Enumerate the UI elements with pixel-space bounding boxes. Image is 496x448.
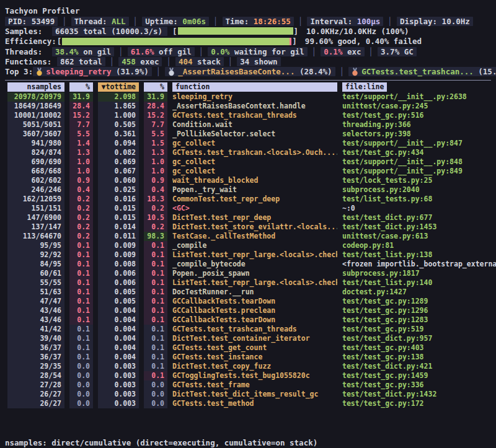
segment-separator: │ (213, 17, 218, 26)
table-row[interactable]: 824/8741.30.0821.3GCTests.test_trashcan.… (5, 148, 496, 157)
table-row[interactable]: 246/2460.40.0250.4Popen._try_waitsubproc… (5, 185, 496, 195)
tottime-cell: 0.025 (98, 185, 139, 195)
pct-cumulative-cell: 0.1 (144, 250, 167, 260)
pct-cumulative-cell: 1.0 (144, 157, 167, 167)
file-line-cell: test/test_gc.py:172 (342, 399, 496, 408)
function-cell: Popen._try_wait (172, 185, 337, 195)
nsamples-cell: 39/40 (7, 334, 64, 343)
nsamples-cell: 147/6900 (7, 213, 64, 222)
pct-direct-cell: 0.2 (69, 195, 93, 204)
function-cell: GCTogglingTests.test_bug1055820c (172, 371, 337, 380)
file-line-cell: test/test_gc.py:336 (342, 380, 496, 390)
pct-direct-cell: 0.0 (69, 399, 93, 408)
samples-rate-text: 10.0KHz/10.0KHz (100%) (306, 27, 409, 36)
table-row[interactable]: 41/420.10.0040.1GCTests.test_trashcan_th… (5, 325, 496, 334)
pct-cumulative-cell: 18.3 (144, 195, 167, 204)
pct-cumulative-cell: 0.0 (144, 380, 167, 390)
column-header-file-line[interactable]: file:line (342, 82, 387, 92)
table-row[interactable]: 95/950.10.0090.1_compilecodeop.py:81 (5, 241, 496, 250)
table-row[interactable]: 36/370.10.0040.1GCTests.test_instancetes… (5, 353, 496, 362)
column-header-tottime[interactable]: ▼tottime (98, 82, 139, 92)
tottime-cell: 0.014 (98, 222, 139, 232)
table-row[interactable]: 27/280.00.0030.0GCTests.test_frametest/t… (5, 380, 496, 390)
tottime-cell: 0.069 (98, 157, 139, 167)
nsamples-cell: 113/64670 (7, 232, 64, 241)
nsamples-cell: 690/690 (7, 157, 64, 167)
pct-direct-cell: 0.1 (69, 325, 93, 334)
pct-cumulative-cell: 0.0 (144, 390, 167, 399)
table-row[interactable]: 147/69000.20.01510.5DictTest.test_repr_d… (5, 213, 496, 222)
nsamples-cell: 27/28 (7, 380, 64, 390)
pct-direct-cell: 0.1 (69, 334, 93, 343)
table-row[interactable]: 10001/1000215.21.00015.2GCTests.test_tra… (5, 111, 496, 120)
table-row[interactable]: 162/120590.20.01618.3CommonTest.test_rep… (5, 195, 496, 204)
file-line-cell: test/test_gc.py:1289 (342, 297, 496, 306)
pct-cumulative-cell: 0.1 (144, 241, 167, 250)
functions-segment: 862 total (57, 57, 105, 66)
tottime-cell: 0.006 (98, 269, 139, 278)
table-row[interactable]: 36/370.10.0040.1GCTests.test_get_countte… (5, 343, 496, 353)
file-line-cell: test/support/__init__.py:849 (342, 167, 496, 176)
table-row[interactable]: 84/950.10.0080.1_compile_bytecode<frozen… (5, 260, 496, 269)
samples-label: Samples: (5, 27, 52, 36)
tottime-cell: 0.005 (98, 297, 139, 306)
table-row[interactable]: 29/350.00.0030.1DictTest.test_copy_fuzzt… (5, 362, 496, 371)
table-row[interactable]: 113/646700.20.01198.3TestCase._callTestM… (5, 232, 496, 241)
column-header-pct-direct[interactable]: % (69, 82, 93, 92)
table-row[interactable]: 20978/2097931.92.09831.9sleeping_retryte… (5, 92, 496, 102)
table-row[interactable]: 5051/50517.70.5057.7Condition.waitthread… (5, 120, 496, 130)
column-header-function[interactable]: function (172, 82, 337, 92)
file-line-cell: test/test_gc.py:1296 (342, 306, 496, 315)
pct-direct-cell: 0.1 (69, 288, 93, 297)
table-row[interactable]: 47/470.10.0050.1GCCallbackTests.tearDown… (5, 297, 496, 306)
table-row[interactable]: 18649/1864928.41.86528.4_AssertRaisesBas… (5, 102, 496, 111)
table-row[interactable]: 602/6020.90.0600.9wait_threads_blockedte… (5, 176, 496, 185)
functions-suffix: stack (193, 57, 221, 66)
pct-cumulative-cell: 10.5 (144, 213, 167, 222)
nsamples-cell: 95/95 (7, 241, 64, 250)
pct-direct-cell: 15.2 (69, 111, 93, 120)
nsamples-cell: 55/55 (7, 278, 64, 288)
file-line-cell: <frozen importlib._bootstrap_external (342, 260, 496, 269)
silver-medal-icon (168, 68, 175, 76)
nsamples-cell: 3607/3607 (7, 130, 64, 139)
table-row[interactable]: 92/920.10.0090.1ListTest.test_repr_large… (5, 250, 496, 260)
table-row[interactable]: 51/630.10.0050.1DocTestRunner.__rundocte… (5, 288, 496, 297)
pct-cumulative-cell: 1.5 (144, 139, 167, 148)
table-row[interactable]: 43/460.10.0040.1GCCallbackTests.preclean… (5, 306, 496, 315)
table-row[interactable]: 137/1470.20.0140.2DictTest.test_store_ev… (5, 222, 496, 232)
table-row[interactable]: 39/400.10.0040.1DictTest.test_container_… (5, 334, 496, 343)
status-uptime-label: Uptime: (145, 17, 182, 26)
pct-direct-cell: 0.1 (69, 353, 93, 362)
tottime-cell: 0.505 (98, 120, 139, 130)
table-row[interactable]: 43/460.10.0040.1GCCallbackTests.tearDown… (5, 315, 496, 325)
function-cell: DocTestRunner.__run (172, 288, 337, 297)
nsamples-cell: 162/12059 (7, 195, 64, 204)
table-row[interactable]: 26/270.00.0030.0GCTests.test_methodtest/… (5, 399, 496, 408)
table-row[interactable]: 26/270.00.0030.0DictTest.test_dict_items… (5, 390, 496, 399)
pct-direct-cell: 0.1 (69, 343, 93, 353)
table-row[interactable]: 941/9801.40.0941.5gc_collecttest/support… (5, 139, 496, 148)
tottime-cell: 0.009 (98, 241, 139, 250)
status-time: Time: 18:26:55 (223, 17, 294, 26)
table-row[interactable]: 55/550.10.0060.1ListTest.test_repr_large… (5, 278, 496, 288)
functions-value: 404 (179, 57, 193, 66)
table-row[interactable]: 28/540.00.0030.1GCTogglingTests.test_bug… (5, 371, 496, 380)
table-row[interactable]: 3607/36075.50.3615.5_PollLikeSelector.se… (5, 130, 496, 139)
table-body: 20978/2097931.92.09831.9sleeping_retryte… (5, 92, 496, 408)
column-header-pct-cumulative[interactable]: % (144, 82, 167, 92)
pct-direct-cell: 1.4 (69, 139, 93, 148)
column-header-nsamples[interactable]: nsamples (7, 82, 64, 92)
table-row[interactable]: 151/1510.20.0150.2<GC>~:0 (5, 204, 496, 213)
table-row[interactable]: 690/6901.00.0691.0gc_collecttest/support… (5, 157, 496, 167)
table-row[interactable]: 668/6681.00.0671.0gc_collecttest/support… (5, 167, 496, 176)
functions-segment: 34 shown (237, 57, 280, 66)
table-row[interactable]: 60/610.10.0060.1Popen._posix_spawnsubpro… (5, 269, 496, 278)
nsamples-cell: 36/37 (7, 353, 64, 362)
file-line-cell: test/test_gc.py:434 (342, 148, 496, 157)
function-cell: TestCase._callTestMethod (172, 232, 337, 241)
segment-separator: │ (228, 57, 233, 66)
segment-separator: │ (166, 57, 171, 66)
threads-line: Threads:38.4% on gil│61.6% off gil│0.0% … (5, 46, 496, 56)
status-thread-value: ALL (112, 17, 126, 26)
